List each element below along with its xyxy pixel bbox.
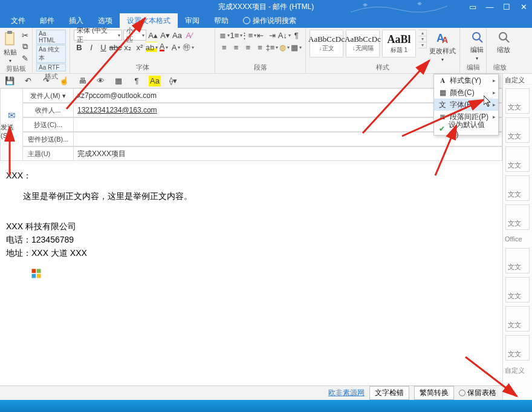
menu-font[interactable]: 文字体(F)▸	[434, 99, 498, 111]
side-style-item[interactable]: 文文	[505, 306, 530, 332]
shading-button[interactable]: ◍	[279, 42, 290, 53]
ime-keep-table[interactable]: 保留表格	[459, 388, 496, 398]
qat-bucket-icon[interactable]: ⟠▾	[167, 76, 179, 87]
menu-styleset[interactable]: 𝐀样式集(Y)▸	[434, 74, 498, 87]
svg-line-5	[479, 39, 482, 42]
group-label-font: 字体	[74, 62, 211, 73]
side-style-item[interactable]: 文文	[505, 335, 530, 361]
svg-rect-8	[32, 269, 36, 273]
align-left-button[interactable]: ≡	[219, 42, 230, 53]
qat-redo-icon[interactable]: ↷	[40, 76, 52, 87]
ime-check-button[interactable]: 文字检错	[369, 386, 409, 400]
group-zoom: 缩放 缩放	[487, 28, 513, 73]
ime-link[interactable]: 欧非素源网	[328, 388, 365, 398]
message-body[interactable]: XXX： 这里是举例正文内容，这里是举例正文内容。 XXX 科技有限公司 电话：…	[0, 163, 502, 358]
maximize-button[interactable]: ☐	[498, 0, 515, 13]
sort-button[interactable]: A↓	[279, 30, 290, 41]
qat-preview-icon[interactable]: 👁	[94, 76, 106, 87]
char-shading-button[interactable]: A	[170, 42, 181, 53]
style-heading1[interactable]: AaBl标题 1	[382, 30, 416, 57]
menu-default[interactable]: ✔设为默认值(D)	[434, 123, 498, 135]
menu-color[interactable]: ▦颜色(C)▸	[434, 87, 498, 99]
qat-undo-icon[interactable]: ↶	[22, 76, 34, 87]
subject-field[interactable]: 完成XXXX项目	[74, 146, 502, 161]
palette-icon: ▦	[438, 88, 447, 97]
align-right-button[interactable]: ≡	[243, 42, 254, 53]
bullets-button[interactable]: ≣	[219, 30, 230, 41]
grow-font-icon[interactable]: A▴	[148, 30, 158, 41]
tab-mail[interactable]: 邮件	[33, 13, 62, 28]
tell-me[interactable]: 操作说明搜索	[236, 13, 303, 28]
side-style-item[interactable]: 文文	[505, 88, 530, 114]
group-label-clipboard: 剪贴板	[4, 64, 28, 74]
side-head-office: Office	[503, 234, 532, 244]
qat-save-icon[interactable]: 💾	[4, 76, 16, 87]
cc-button[interactable]: 抄送(C)...	[23, 117, 74, 132]
svg-rect-11	[37, 274, 41, 278]
line-spacing-button[interactable]: ‡≡	[267, 42, 277, 53]
style-normal[interactable]: AaBbCcDc↓正文	[310, 30, 343, 57]
qat-highlight-icon[interactable]: Aa	[149, 76, 161, 87]
align-center-button[interactable]: ≡	[231, 42, 242, 53]
ribbon: 粘贴▾ ✂ ⧉ ✎ 剪贴板 Aa HTML Aa 纯文本 Aa RTF 格式 宋…	[0, 28, 532, 74]
styles-side-panel: 自定义 文文 文文 文文 文文 文文 Office 文文 文文 文文 文文 自定…	[502, 74, 532, 412]
tab-review[interactable]: 审阅	[178, 13, 207, 28]
cut-icon[interactable]: ✂	[19, 30, 30, 41]
qat-para-icon[interactable]: ¶	[131, 76, 143, 87]
group-format: Aa HTML Aa 纯文本 Aa RTF 格式	[33, 28, 70, 73]
qat-print-icon[interactable]: 🖶	[76, 76, 88, 87]
font-color-button[interactable]: A	[158, 42, 169, 53]
ime-trad-button[interactable]: 繁简转换	[414, 386, 454, 400]
group-label-zoom: 缩放	[490, 62, 510, 73]
format-html[interactable]: Aa HTML	[36, 30, 66, 44]
find-icon	[471, 31, 483, 44]
qat-touch-icon[interactable]: ☝	[58, 76, 70, 87]
indent-button[interactable]: ⇥	[267, 30, 278, 41]
clear-format-icon[interactable]: A⁄	[184, 30, 195, 41]
side-style-item[interactable]: 文文	[505, 146, 530, 172]
style-gallery-nav[interactable]: ▴▾▾	[418, 30, 427, 48]
qat-table-icon[interactable]: ▦	[112, 76, 125, 87]
bcc-button[interactable]: 密件抄送(B)...	[23, 132, 74, 146]
change-styles-button[interactable]: AA 更改样式▾	[429, 30, 456, 62]
show-marks-button[interactable]: ¶	[291, 30, 302, 41]
zoom-button[interactable]: 缩放	[490, 30, 517, 54]
side-style-item[interactable]: 文文	[505, 277, 530, 302]
side-head-custom: 自定义	[503, 74, 532, 85]
multilevel-button[interactable]: ⋮≡	[243, 30, 254, 41]
tab-file[interactable]: 文件	[4, 13, 33, 28]
borders-button[interactable]: ▦	[291, 42, 302, 53]
tab-help[interactable]: 帮助	[207, 13, 236, 28]
format-rtf[interactable]: Aa RTF	[36, 64, 66, 71]
font-size-combo[interactable]: 小匹	[123, 30, 146, 41]
ribbon-options-icon[interactable]: ▭	[464, 0, 481, 13]
format-plain[interactable]: Aa 纯文本	[36, 45, 66, 63]
svg-line-7	[505, 39, 509, 42]
svg-rect-1	[7, 31, 12, 34]
paste-button[interactable]: 粘贴▾	[4, 30, 17, 64]
ime-bar: 欧非素源网 文字检错 繁简转换 保留表格	[0, 385, 502, 400]
side-style-item[interactable]: 文文	[505, 204, 530, 230]
side-style-item[interactable]: 文文	[505, 175, 530, 201]
to-button[interactable]: 收件人...	[23, 103, 74, 117]
group-edit: 编辑▾ 编辑	[460, 28, 487, 73]
side-style-item[interactable]: 文文	[505, 248, 530, 273]
group-label-edit: 编辑	[464, 62, 482, 73]
change-case-icon[interactable]: Aa	[172, 30, 183, 41]
compose-area: ✉ 发送(S) 发件人(M) ▾ xz7pccom@outlook.com 收件…	[0, 88, 502, 358]
shrink-font-icon[interactable]: A▾	[160, 30, 170, 41]
copy-icon[interactable]: ⧉	[19, 41, 30, 52]
justify-button[interactable]: ≡	[255, 42, 265, 53]
side-style-item[interactable]: 文文	[505, 117, 530, 143]
send-button[interactable]: ✉ 发送(S)	[0, 88, 23, 161]
format-painter-icon[interactable]: ✎	[19, 53, 30, 64]
minimize-button[interactable]: —	[481, 0, 498, 13]
from-button[interactable]: 发件人(M) ▾	[23, 88, 74, 103]
outdent-button[interactable]: ⇤	[255, 30, 266, 41]
style-nospacing[interactable]: AaBbCcDc↓无间隔	[346, 30, 380, 57]
close-button[interactable]: ✕	[515, 0, 532, 13]
font-family-combo[interactable]: 宋体 (中文正	[74, 30, 122, 41]
styleset-icon: 𝐀	[438, 76, 447, 85]
enclose-button[interactable]: ㊕	[183, 42, 193, 53]
highlight-button[interactable]: ab	[146, 42, 157, 53]
